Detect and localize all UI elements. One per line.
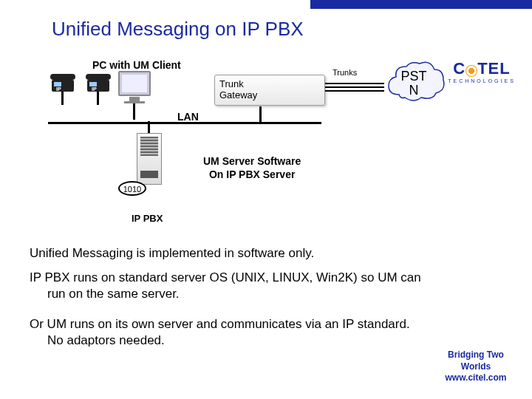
pstn-cloud-label: PST N xyxy=(384,69,443,98)
slide-title: Unified Messaging on IP PBX xyxy=(52,18,304,41)
pstn-cloud: PST N xyxy=(384,59,443,103)
sun-icon xyxy=(466,66,477,76)
footer-line-3: www.citel.com xyxy=(432,372,520,384)
trunk-gateway-box: Trunk Gateway xyxy=(214,75,325,106)
body-paragraph-3: Or UM runs on its own server and communi… xyxy=(30,316,429,349)
ip-pbx-label: IP PBX xyxy=(132,213,163,224)
body-paragraph-2: IP PBX runs on standard server OS (UNIX,… xyxy=(30,270,429,302)
trunks-label: Trunks xyxy=(332,68,357,77)
svg-text:IP: IP xyxy=(92,86,97,92)
ip-phone-icon: IP xyxy=(50,74,75,96)
brand-top-bar xyxy=(310,0,532,9)
ip-pbx-server-icon xyxy=(137,133,162,185)
svg-rect-5 xyxy=(86,74,111,80)
trunk-gateway-label: Trunk Gateway xyxy=(219,78,257,100)
brand-footer: Bridging Two Worlds www.citel.com xyxy=(432,349,520,384)
trunk-lines-icon xyxy=(325,83,384,94)
body-paragraph-1: Unified Messaging is implemented in soft… xyxy=(30,245,429,262)
server-tag-badge: 1010 xyxy=(118,181,146,196)
logo-text-right: TEL xyxy=(477,59,511,78)
ip-phone-icon: IP xyxy=(86,74,111,96)
svg-text:IP: IP xyxy=(56,86,61,92)
footer-line-1: Bridging Two xyxy=(432,349,520,361)
um-server-software-label: UM Server Software On IP PBX Server xyxy=(203,155,301,181)
footer-line-2: Worlds xyxy=(432,361,520,373)
svg-rect-1 xyxy=(50,74,75,80)
lan-label: LAN xyxy=(177,111,199,123)
pc-monitor-icon xyxy=(118,71,151,103)
logo-subtext: TECHNOLOGIES xyxy=(445,78,519,83)
brand-logo: CTEL TECHNOLOGIES xyxy=(445,59,519,83)
pc-client-label: PC with UM Client xyxy=(92,59,181,71)
logo-text-left: C xyxy=(453,59,466,78)
